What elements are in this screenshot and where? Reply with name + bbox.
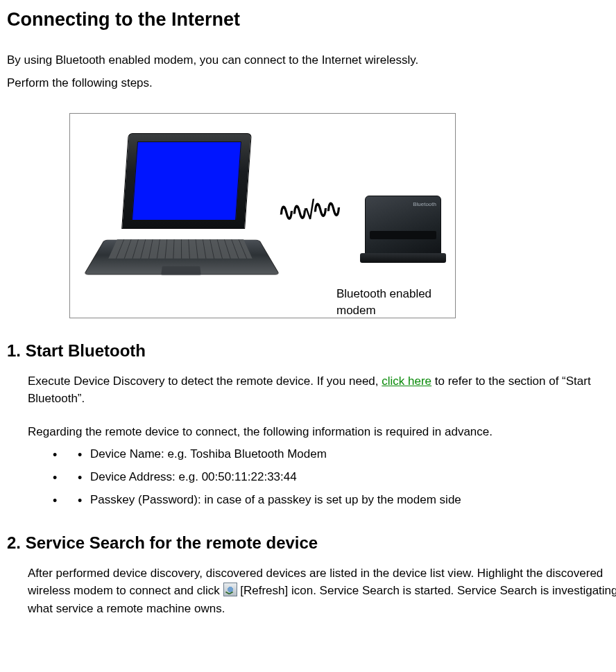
step-1-p1-before: Execute Device Discovery to detect the r… bbox=[28, 374, 382, 388]
step-1-heading: 1. Start Bluetooth bbox=[7, 339, 616, 363]
step-2-heading: 2. Service Search for the remote device bbox=[7, 531, 616, 555]
bluetooth-modem: Bluetooth bbox=[365, 196, 441, 259]
refresh-icon bbox=[223, 583, 237, 596]
laptop-keyboard bbox=[108, 239, 252, 259]
step-2-paragraph: After performed device discovery, discov… bbox=[28, 565, 616, 618]
modem-brand-label: Bluetooth bbox=[413, 200, 436, 208]
step-1-bullet-list: Device Name: e.g. Toshiba Bluetooth Mode… bbox=[28, 445, 616, 510]
list-item: Device Address: e.g. 00:50:11:22:33:44 bbox=[53, 467, 616, 488]
intro-text-2: Perform the following steps. bbox=[7, 74, 616, 92]
step-1-paragraph-1: Execute Device Discovery to detect the r… bbox=[28, 372, 616, 408]
laptop-trackpad bbox=[161, 266, 201, 275]
click-here-link[interactable]: click here bbox=[382, 374, 431, 388]
intro-text-1: By using Bluetooth enabled modem, you ca… bbox=[7, 51, 616, 69]
figure-caption: Bluetooth enabled modem bbox=[336, 286, 455, 318]
figure-laptop-modem: ∿∿√∿∿ Bluetooth Bluetooth enabled modem bbox=[69, 113, 456, 318]
list-item: Device Name: e.g. Toshiba Bluetooth Mode… bbox=[53, 445, 616, 465]
step-1-paragraph-2: Regarding the remote device to connect, … bbox=[28, 423, 616, 441]
page-title: Connecting to the Internet bbox=[7, 7, 616, 33]
wireless-signal-icon: ∿∿√∿∿ bbox=[277, 191, 340, 230]
laptop-screen bbox=[132, 141, 241, 221]
list-item: Passkey (Password): in case of a passkey… bbox=[53, 490, 616, 510]
